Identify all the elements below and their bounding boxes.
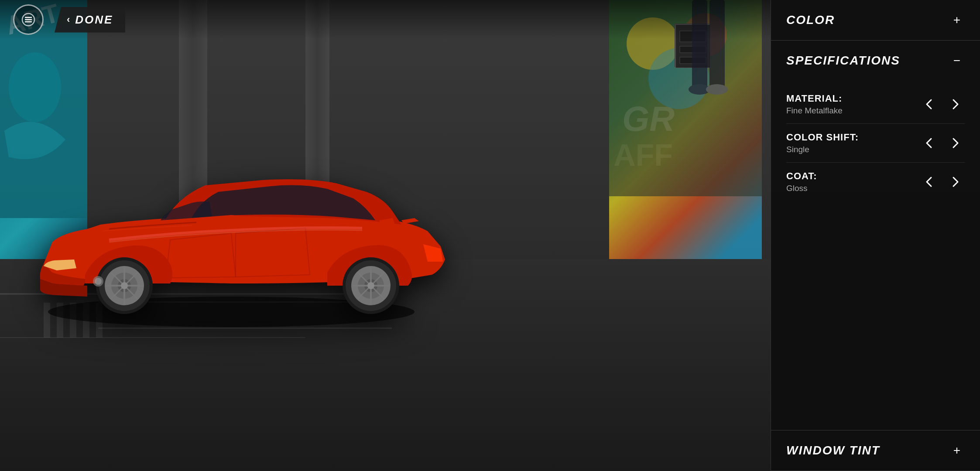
chevron-left-icon	[923, 98, 935, 110]
window-tint-section-header[interactable]: WINDOW TINT +	[771, 430, 980, 471]
window-tint-section: WINDOW TINT +	[771, 430, 980, 471]
coat-controls	[920, 172, 965, 191]
coat-row: COAT: Gloss	[786, 163, 965, 201]
coat-prev-button[interactable]	[920, 172, 939, 191]
svg-point-44	[367, 282, 374, 289]
coat-value: Gloss	[786, 184, 920, 193]
chevron-right-icon	[949, 176, 961, 188]
material-label: MATERIAL:	[786, 93, 920, 104]
svg-text:GR: GR	[622, 99, 675, 138]
svg-point-46	[95, 278, 102, 285]
menu-button[interactable]	[13, 4, 44, 35]
window-tint-section-title: WINDOW TINT	[786, 444, 880, 457]
color-shift-row: COLOR SHIFT: Single	[786, 124, 965, 163]
material-next-button[interactable]	[946, 95, 965, 114]
material-controls	[920, 95, 965, 114]
color-section-title: COLOR	[786, 13, 835, 27]
specifications-content: MATERIAL: Fine Metalflake	[771, 81, 980, 210]
color-shift-controls	[920, 133, 965, 153]
right-panel: COLOR + SPECIFICATIONS − MATERIAL: Fine …	[771, 0, 980, 471]
coat-label-group: COAT: Gloss	[786, 171, 920, 193]
car-display	[22, 78, 458, 362]
color-shift-label-group: COLOR SHIFT: Single	[786, 132, 920, 154]
back-chevron-icon: ‹	[67, 14, 70, 25]
specifications-section-title: SPECIFICATIONS	[786, 54, 900, 68]
chevron-right-icon	[949, 137, 961, 149]
material-prev-button[interactable]	[920, 95, 939, 114]
svg-text:AFF: AFF	[613, 138, 673, 172]
material-label-group: MATERIAL: Fine Metalflake	[786, 93, 920, 116]
chevron-left-icon	[923, 176, 935, 188]
svg-point-34	[121, 282, 128, 289]
top-bar: ‹ DONE	[0, 0, 771, 39]
specifications-section: SPECIFICATIONS − MATERIAL: Fine Metalfla…	[771, 41, 980, 430]
coat-next-button[interactable]	[946, 172, 965, 191]
material-value: Fine Metalflake	[786, 106, 920, 116]
color-expand-icon[interactable]: +	[949, 12, 965, 28]
done-button-label: DONE	[75, 13, 113, 27]
coat-label: COAT:	[786, 171, 920, 182]
svg-point-16	[706, 84, 728, 95]
color-shift-label: COLOR SHIFT:	[786, 132, 920, 143]
color-shift-prev-button[interactable]	[920, 133, 939, 153]
done-button[interactable]: ‹ DONE	[55, 7, 125, 33]
menu-icon	[21, 13, 35, 27]
color-shift-value: Single	[786, 145, 920, 154]
color-section-header[interactable]: COLOR +	[771, 0, 980, 40]
chevron-right-icon	[949, 98, 961, 110]
window-tint-expand-icon[interactable]: +	[949, 443, 965, 458]
specifications-section-header[interactable]: SPECIFICATIONS −	[771, 41, 980, 81]
specifications-collapse-icon[interactable]: −	[949, 53, 965, 68]
material-row: MATERIAL: Fine Metalflake	[786, 85, 965, 124]
chevron-left-icon	[923, 137, 935, 149]
color-section: COLOR +	[771, 0, 980, 41]
color-shift-next-button[interactable]	[946, 133, 965, 153]
